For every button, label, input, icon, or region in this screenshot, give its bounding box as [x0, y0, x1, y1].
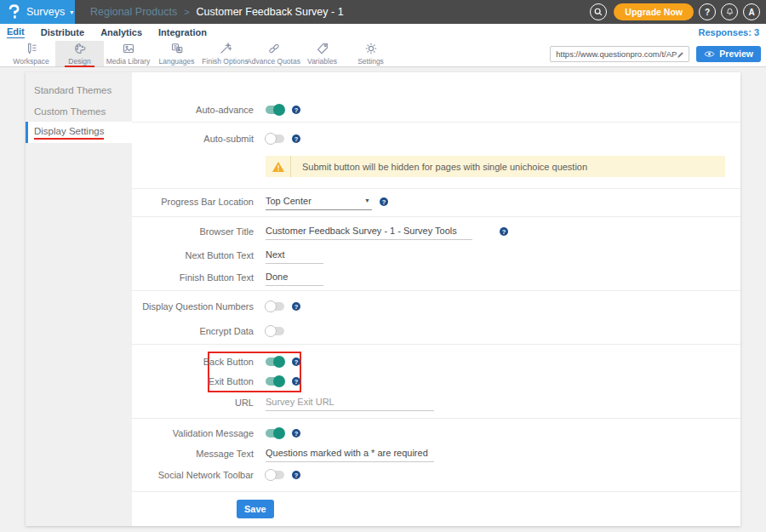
encrypt-data-toggle[interactable] [266, 327, 284, 335]
browser-title-row: Browser Title ? [132, 223, 740, 240]
save-button[interactable]: Save [237, 500, 274, 518]
help-icon[interactable]: ? [292, 471, 300, 479]
topbar-actions: Upgrade Now ? A [585, 3, 760, 20]
finish-options-wand-icon [219, 42, 232, 55]
exit-button-toggle[interactable] [266, 377, 284, 386]
avatar-initial: A [748, 8, 754, 17]
display-question-numbers-row: Display Question Numbers ? [132, 298, 740, 315]
sidebar-item-custom-themes[interactable]: Custom Themes [26, 100, 132, 122]
survey-url-input[interactable] [556, 49, 677, 59]
selected-option: Top Center [266, 196, 312, 206]
auto-submit-row: Auto-submit ? [132, 130, 740, 147]
validation-message-toggle[interactable] [266, 429, 284, 438]
finish-button-text-label: Finish Button Text [132, 272, 254, 283]
next-button-text-input[interactable] [266, 248, 323, 264]
edit-url-pencil-icon[interactable] [677, 49, 685, 58]
help-icon[interactable]: ? [292, 134, 300, 143]
account-avatar[interactable]: A [743, 3, 760, 20]
chevron-down-icon: ▼ [364, 197, 370, 203]
display-question-numbers-toggle[interactable] [266, 302, 284, 311]
breadcrumb-current: Customer Feedback Survey - 1 [197, 6, 344, 18]
toolbar-item-workspace[interactable]: Workspace [7, 41, 55, 66]
toolbar-item-media-library[interactable]: Media Library [104, 41, 152, 66]
survey-nav: Edit Distribute Analytics Integration Re… [0, 24, 766, 41]
divider [132, 122, 740, 123]
preview-button[interactable]: Preview [696, 46, 761, 62]
finish-button-text-input[interactable] [266, 270, 323, 286]
toolbar-item-finish-options[interactable]: Finish Options [201, 41, 249, 66]
back-button-label: Back Button [132, 357, 254, 367]
divider [132, 491, 740, 492]
divider [132, 216, 740, 217]
search-button[interactable] [590, 3, 607, 20]
help-icon[interactable]: ? [292, 106, 300, 114]
help-icon[interactable]: ? [292, 429, 300, 438]
product-label: Surveys [26, 6, 65, 18]
nav-tab-distribute[interactable]: Distribute [41, 27, 84, 38]
toolbar-item-settings[interactable]: Settings [346, 41, 395, 66]
sidebar-item-label: Custom Themes [34, 106, 106, 117]
auto-submit-toggle[interactable] [266, 134, 284, 143]
toolbar-item-advance-quotas[interactable]: Advance Quotas [249, 41, 298, 66]
nav-tab-edit[interactable]: Edit [7, 26, 25, 38]
media-library-icon [122, 42, 135, 55]
sidebar-item-standard-themes[interactable]: Standard Themes [26, 79, 132, 100]
toolbar-label: Settings [357, 57, 384, 66]
exit-url-label: URL [132, 398, 254, 408]
toolbar-label: Media Library [106, 57, 151, 66]
message-text-input[interactable] [266, 446, 434, 462]
progress-bar-location-row: Progress Bar Location Top Center ▼ ? [132, 193, 740, 210]
nav-tab-integration[interactable]: Integration [158, 27, 207, 38]
auto-submit-label: Auto-submit [132, 134, 254, 144]
product-switcher[interactable]: Surveys ▾ [0, 0, 75, 24]
toolbar-item-design[interactable]: Design [55, 41, 104, 66]
validation-message-label: Validation Message [132, 428, 254, 438]
help-icon[interactable]: ? [292, 377, 300, 386]
encrypt-data-row: Encrypt Data [132, 323, 740, 340]
search-icon [593, 7, 603, 17]
upgrade-now-button[interactable]: Upgrade Now [614, 3, 694, 20]
help-icon[interactable]: ? [500, 227, 508, 236]
toolbar-right: Preview [550, 41, 761, 66]
auto-advance-label: Auto-advance [132, 105, 254, 115]
toolbar-label: Design [68, 57, 90, 66]
toolbar-item-variables[interactable]: Variables [298, 41, 346, 66]
sidebar-item-label: Standard Themes [34, 85, 111, 95]
divider [132, 290, 740, 291]
browser-title-input[interactable] [266, 224, 472, 240]
help-icon[interactable]: ? [292, 358, 300, 366]
design-palette-icon [73, 42, 87, 55]
divider [132, 418, 740, 419]
help-icon[interactable]: ? [380, 197, 388, 206]
breadcrumb: Regional Products > Customer Feedback Su… [90, 6, 344, 18]
chevron-down-icon: ▾ [70, 9, 73, 16]
eye-icon [704, 50, 715, 58]
responses-count[interactable]: Responses: 3 [698, 27, 759, 37]
warning-text: Submit button will be hidden for pages w… [302, 162, 587, 172]
display-settings-form: Auto-advance ? Auto-submit ? [132, 72, 740, 526]
nav-tab-analytics[interactable]: Analytics [100, 27, 142, 38]
help-icon[interactable]: ? [292, 302, 300, 311]
submit-hidden-warning: Submit button will be hidden for pages w… [266, 156, 725, 177]
exit-url-input[interactable] [266, 395, 434, 411]
toolbar-label: Finish Options [202, 57, 248, 66]
help-icon: ? [705, 8, 710, 17]
notifications-button[interactable] [721, 3, 738, 20]
auto-advance-toggle[interactable] [266, 106, 284, 114]
divider [132, 344, 740, 345]
exit-button-label: Exit Button [132, 376, 254, 386]
progress-bar-location-select[interactable]: Top Center ▼ [266, 194, 372, 210]
breadcrumb-parent[interactable]: Regional Products [90, 6, 177, 18]
social-network-toolbar-toggle[interactable] [266, 471, 284, 479]
sidebar-item-label: Display Settings [34, 126, 104, 140]
advance-quotas-links-icon [267, 42, 281, 55]
app-window: Surveys ▾ Regional Products > Customer F… [0, 0, 766, 532]
bell-icon [725, 7, 735, 17]
back-button-toggle[interactable] [266, 358, 284, 366]
toolbar-label: Workspace [13, 57, 49, 66]
social-network-toolbar-label: Social Network Toolbar [132, 470, 254, 480]
design-settings-panel: Standard Themes Custom Themes Display Se… [26, 72, 740, 526]
sidebar-item-display-settings[interactable]: Display Settings [26, 122, 132, 143]
help-button[interactable]: ? [699, 3, 716, 20]
toolbar-item-languages[interactable]: Languages [152, 41, 201, 66]
